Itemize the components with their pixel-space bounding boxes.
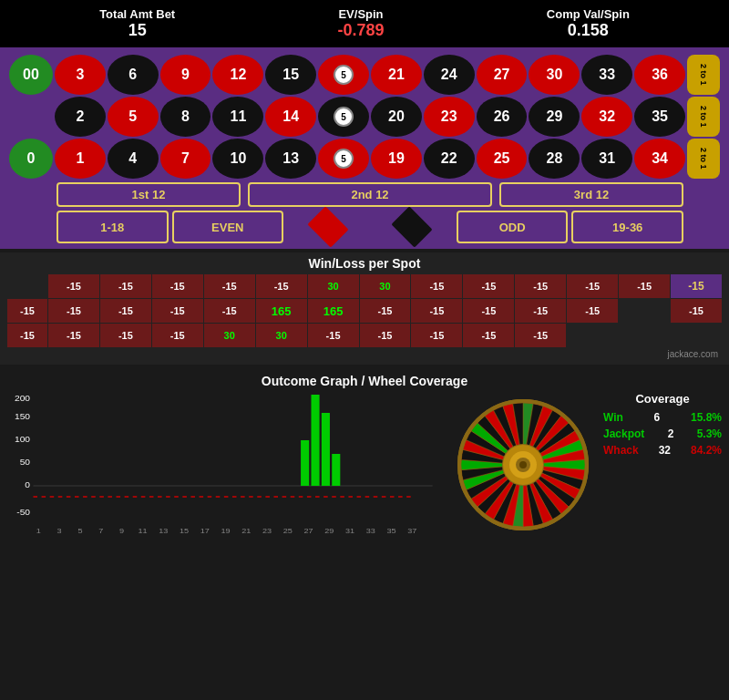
cell-31[interactable]: 31	[581, 139, 632, 179]
wl-r2c12: -15	[567, 299, 618, 323]
ev-spin-group: EV/Spin -0.789	[337, 7, 384, 40]
svg-rect-11	[332, 454, 340, 486]
bet-1-18[interactable]: 1-18	[56, 211, 169, 243]
wl-r3c12: -15	[515, 324, 566, 347]
wheel-svg	[455, 396, 591, 533]
svg-text:31: 31	[345, 527, 354, 535]
svg-text:27: 27	[303, 527, 313, 535]
cell-9[interactable]: 9	[160, 55, 211, 95]
coverage-win-label: Win	[603, 411, 623, 424]
winloss-title: Win/Loss per Spot	[7, 256, 722, 271]
coverage-jackpot-pct: 5.3%	[697, 427, 722, 440]
coverage-area: Coverage Win 6 15.8% Jackpot 2 5.3% Whac…	[603, 392, 722, 538]
bet-19-36[interactable]: 19-36	[571, 211, 683, 243]
wl-r3c2: -15	[7, 324, 47, 347]
chip-17: 5	[334, 107, 354, 127]
cell-18[interactable]: 18 5	[318, 55, 369, 95]
wl-r3c5: -15	[152, 324, 203, 347]
svg-text:23: 23	[262, 527, 272, 535]
cell-5[interactable]: 5	[108, 97, 159, 137]
side-bet-1[interactable]: 2 to 1	[687, 55, 720, 95]
cell-34[interactable]: 34	[634, 139, 685, 179]
graph-area: 200 150 100 50 0 -50 1 3	[7, 392, 443, 538]
wheel-area	[450, 392, 596, 538]
cell-16[interactable]: 16 5	[318, 139, 369, 179]
ev-spin-value: -0.789	[337, 21, 384, 40]
cell-36[interactable]: 36	[634, 55, 685, 95]
cell-25[interactable]: 25	[477, 139, 528, 179]
wl-r3c9: -15	[360, 324, 411, 347]
cell-00[interactable]: 00	[9, 55, 53, 95]
bet-even[interactable]: EVEN	[172, 211, 284, 243]
wl-r2c3: -15	[100, 299, 151, 323]
svg-text:15: 15	[180, 527, 189, 535]
bet-2nd-12[interactable]: 2nd 12	[248, 182, 492, 207]
wl-r3c7: 30	[256, 324, 307, 347]
cell-27[interactable]: 27	[477, 55, 528, 95]
cell-1[interactable]: 1	[55, 139, 106, 179]
cell-33[interactable]: 33	[581, 55, 632, 95]
cell-11[interactable]: 11	[212, 97, 263, 137]
cell-3[interactable]: 3	[55, 55, 106, 95]
svg-text:100: 100	[15, 435, 30, 444]
cell-22[interactable]: 22	[424, 139, 475, 179]
wl-r1c12: -15	[619, 274, 670, 298]
bet-3rd-12[interactable]: 3rd 12	[499, 182, 683, 207]
coverage-win-count: 6	[654, 411, 661, 424]
cell-14[interactable]: 14	[265, 97, 316, 137]
wl-r1c1: -15	[48, 274, 99, 298]
bet-1st-12[interactable]: 1st 12	[56, 182, 241, 207]
spacer-bottom-right	[687, 211, 720, 243]
bet-red-diamond[interactable]	[287, 211, 368, 243]
svg-text:37: 37	[407, 527, 416, 535]
wl-r3c10: -15	[411, 324, 462, 347]
cell-13[interactable]: 13	[265, 139, 316, 179]
outcome-content: 200 150 100 50 0 -50 1 3	[7, 392, 722, 538]
cell-30[interactable]: 30	[529, 55, 580, 95]
cell-26[interactable]: 26	[477, 97, 528, 137]
svg-text:200: 200	[15, 394, 30, 403]
cell-4[interactable]: 4	[108, 139, 159, 179]
wl-r2c2: -15	[48, 299, 99, 323]
svg-rect-9	[311, 395, 319, 486]
cell-2[interactable]: 2	[55, 97, 106, 137]
cell-28[interactable]: 28	[529, 139, 580, 179]
bet-black-diamond[interactable]	[372, 211, 453, 243]
wl-r2c6: 165	[256, 299, 307, 323]
svg-text:-50: -50	[16, 508, 30, 517]
cell-8[interactable]: 8	[160, 97, 211, 137]
cell-24[interactable]: 24	[424, 55, 475, 95]
wl-r1c9: -15	[463, 274, 514, 298]
coverage-win-pct: 15.8%	[691, 411, 722, 424]
wl-r1c7: 30	[360, 274, 411, 298]
cell-20[interactable]: 20	[371, 97, 422, 137]
cell-23[interactable]: 23	[424, 97, 475, 137]
comp-val-spin-value: 0.158	[547, 21, 630, 40]
svg-text:3: 3	[57, 527, 62, 535]
cell-17[interactable]: 17 5	[318, 97, 369, 137]
svg-text:9: 9	[119, 527, 124, 535]
side-bet-3[interactable]: 2 to 1	[687, 139, 720, 179]
cell-15[interactable]: 15	[265, 55, 316, 95]
coverage-win-row: Win 6 15.8%	[603, 411, 722, 424]
wl-r1c11: -15	[567, 274, 618, 298]
cell-12[interactable]: 12	[212, 55, 263, 95]
bet-odd[interactable]: ODD	[457, 211, 569, 243]
cell-21[interactable]: 21	[371, 55, 422, 95]
cell-6[interactable]: 6	[108, 55, 159, 95]
svg-text:7: 7	[98, 527, 103, 535]
side-bet-2[interactable]: 2 to 1	[687, 97, 720, 137]
wl-r2c4: -15	[152, 299, 203, 323]
wl-r1c8: -15	[411, 274, 462, 298]
coverage-jackpot-label: Jackpot	[603, 427, 644, 440]
cell-0[interactable]: 0	[9, 139, 53, 179]
cell-10[interactable]: 10	[212, 139, 263, 179]
svg-text:13: 13	[159, 527, 168, 535]
cell-29[interactable]: 29	[529, 97, 580, 137]
wl-r3c6: 30	[204, 324, 255, 347]
cell-32[interactable]: 32	[581, 97, 632, 137]
cell-19[interactable]: 19	[371, 139, 422, 179]
cell-7[interactable]: 7	[160, 139, 211, 179]
jackace-label: jackace.com	[7, 349, 722, 359]
cell-35[interactable]: 35	[634, 97, 685, 137]
